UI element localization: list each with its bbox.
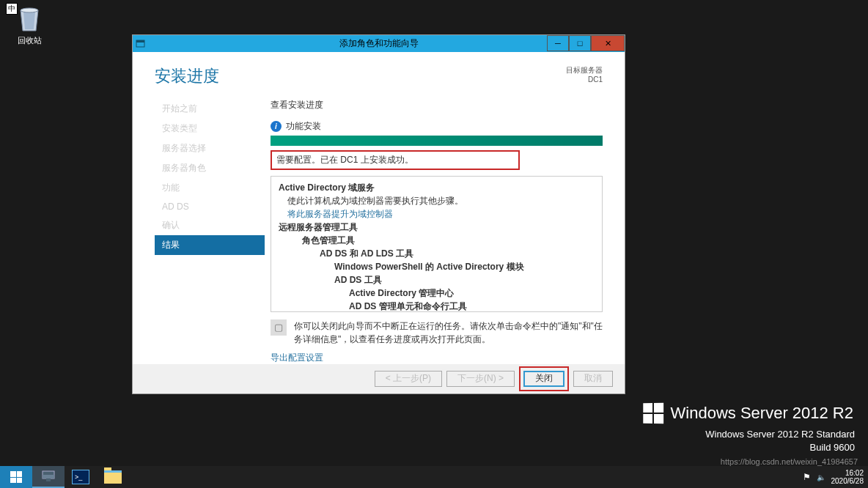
step-server-select: 服务器选择	[155, 138, 265, 158]
export-settings-link[interactable]: 导出配置设置	[271, 352, 323, 364]
explorer-task[interactable]	[97, 466, 129, 488]
wizard-steps-sidebar: 开始之前 安装类型 服务器选择 服务器角色 功能 AD DS 确认 结果	[155, 96, 265, 364]
step-before-begin: 开始之前	[155, 99, 265, 119]
wizard-footer: < 上一步(P) 下一步(N) > 关闭 取消	[133, 364, 625, 393]
os-info: Windows Server 2012 R2 Standard Build 96…	[705, 428, 855, 454]
svg-point-0	[21, 8, 38, 12]
view-progress-label: 查看安装进度	[271, 99, 603, 111]
powershell-task[interactable]: >_	[65, 466, 97, 488]
close-wizard-button[interactable]: 关闭	[523, 371, 564, 387]
server-manager-task[interactable]	[32, 466, 65, 488]
wizard-window: 添加角色和功能向导 ─ □ ✕ 安装进度 目标服务器 DC1 开始之前 安装类型…	[132, 34, 625, 394]
clock[interactable]: 16:02 2020/6/28	[831, 469, 864, 486]
close-highlight: 关闭	[519, 366, 569, 391]
content-area: 查看安装进度 i 功能安装 需要配置。已在 DC1 上安装成功。 Active …	[265, 96, 625, 364]
os-brand: Windows Server 2012 R2	[643, 403, 853, 424]
windows-logo-icon	[643, 403, 663, 424]
cancel-button: 取消	[573, 371, 613, 387]
watermark: https://blog.csdn.net/weixin_41984657	[721, 457, 858, 466]
ime-indicator: 中	[6, 3, 18, 15]
install-details: Active Directory 域服务 使此计算机成为域控制器需要执行其他步骤…	[271, 176, 603, 312]
server-manager-icon	[41, 470, 56, 483]
flag-icon: ▢	[271, 319, 287, 336]
target-server-info: 目标服务器 DC1	[566, 65, 603, 84]
svg-rect-5	[46, 478, 51, 481]
start-button[interactable]	[0, 466, 32, 488]
progress-bar	[271, 136, 603, 146]
result-highlight: 需要配置。已在 DC1 上安装成功。	[271, 150, 520, 170]
recycle-bin-label: 回收站	[18, 35, 42, 46]
close-window-button[interactable]: ✕	[591, 35, 625, 51]
speaker-icon[interactable]: 🔈	[817, 473, 825, 481]
info-icon: i	[271, 121, 282, 132]
step-server-roles: 服务器角色	[155, 158, 265, 178]
notification-flag-icon[interactable]: ⚑	[803, 472, 811, 482]
prev-button: < 上一步(P)	[375, 371, 442, 387]
windows-start-icon	[10, 471, 22, 483]
window-controls: ─ □ ✕	[547, 35, 625, 51]
system-tray[interactable]: ⚑ 🔈 16:02 2020/6/28	[803, 466, 869, 488]
status-text: 功能安装	[286, 120, 321, 133]
titlebar[interactable]: 添加角色和功能向导 ─ □ ✕	[133, 35, 625, 52]
step-confirm: 确认	[155, 215, 265, 235]
step-results: 结果	[155, 235, 265, 255]
taskbar: >_ ⚑ 🔈 16:02 2020/6/28	[0, 466, 868, 488]
recycle-bin[interactable]: 中 回收站	[16, 4, 43, 46]
post-install-notice: ▢ 你可以关闭此向导而不中断正在运行的任务。请依次单击命令栏中的"通知"和"任务…	[271, 319, 603, 346]
maximize-button[interactable]: □	[569, 35, 591, 51]
step-features: 功能	[155, 178, 265, 198]
minimize-button[interactable]: ─	[547, 35, 569, 51]
recycle-bin-icon	[16, 4, 43, 34]
svg-rect-4	[43, 475, 54, 478]
step-install-type: 安装类型	[155, 119, 265, 138]
powershell-icon: >_	[72, 470, 89, 484]
step-adds: AD DS	[155, 198, 265, 215]
folder-icon	[104, 470, 122, 484]
promote-dc-link[interactable]: 将此服务器提升为域控制器	[279, 207, 595, 221]
page-header: 安装进度	[155, 65, 219, 87]
next-button: 下一步(N) >	[446, 371, 515, 387]
